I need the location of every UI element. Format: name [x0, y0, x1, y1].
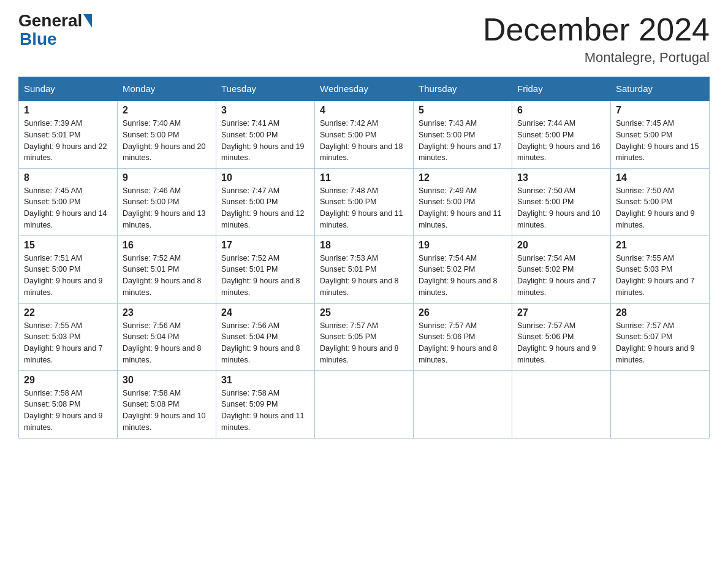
day-info: Sunrise: 7:56 AMSunset: 5:04 PMDaylight:…	[123, 320, 211, 366]
day-info: Sunrise: 7:43 AMSunset: 5:00 PMDaylight:…	[419, 118, 507, 164]
day-number: 18	[320, 240, 408, 251]
day-cell-2: 2Sunrise: 7:40 AMSunset: 5:00 PMDaylight…	[118, 101, 216, 168]
day-cell-6: 6Sunrise: 7:44 AMSunset: 5:00 PMDaylight…	[512, 101, 611, 168]
day-number: 29	[24, 375, 112, 386]
day-info: Sunrise: 7:55 AMSunset: 5:03 PMDaylight:…	[616, 253, 704, 299]
day-cell-31: 31Sunrise: 7:58 AMSunset: 5:09 PMDayligh…	[216, 370, 315, 438]
calendar-header-row: SundayMondayTuesdayWednesdayThursdayFrid…	[19, 77, 710, 101]
day-number: 7	[616, 105, 704, 116]
day-info: Sunrise: 7:44 AMSunset: 5:00 PMDaylight:…	[517, 118, 605, 164]
day-info: Sunrise: 7:50 AMSunset: 5:00 PMDaylight:…	[517, 185, 605, 231]
day-cell-7: 7Sunrise: 7:45 AMSunset: 5:00 PMDaylight…	[611, 101, 710, 168]
day-info: Sunrise: 7:39 AMSunset: 5:01 PMDaylight:…	[24, 118, 112, 164]
logo-triangle-icon	[83, 14, 92, 28]
day-number: 17	[221, 240, 309, 251]
empty-cell	[611, 370, 710, 438]
day-info: Sunrise: 7:46 AMSunset: 5:00 PMDaylight:…	[123, 185, 211, 231]
day-info: Sunrise: 7:47 AMSunset: 5:00 PMDaylight:…	[221, 185, 309, 231]
day-number: 28	[616, 307, 704, 318]
day-info: Sunrise: 7:56 AMSunset: 5:04 PMDaylight:…	[221, 320, 309, 366]
day-info: Sunrise: 7:52 AMSunset: 5:01 PMDaylight:…	[123, 253, 211, 299]
day-cell-4: 4Sunrise: 7:42 AMSunset: 5:00 PMDaylight…	[315, 101, 414, 168]
month-title: December 2024	[483, 12, 710, 47]
day-cell-18: 18Sunrise: 7:53 AMSunset: 5:01 PMDayligh…	[315, 236, 414, 303]
day-number: 31	[221, 375, 309, 386]
day-cell-1: 1Sunrise: 7:39 AMSunset: 5:01 PMDaylight…	[19, 101, 118, 168]
day-number: 21	[616, 240, 704, 251]
day-cell-28: 28Sunrise: 7:57 AMSunset: 5:07 PMDayligh…	[611, 303, 710, 370]
empty-cell	[315, 370, 414, 438]
day-number: 6	[517, 105, 605, 116]
day-info: Sunrise: 7:58 AMSunset: 5:08 PMDaylight:…	[24, 388, 112, 434]
day-info: Sunrise: 7:57 AMSunset: 5:07 PMDaylight:…	[616, 320, 704, 366]
day-cell-3: 3Sunrise: 7:41 AMSunset: 5:00 PMDaylight…	[216, 101, 315, 168]
day-cell-25: 25Sunrise: 7:57 AMSunset: 5:05 PMDayligh…	[315, 303, 414, 370]
day-cell-21: 21Sunrise: 7:55 AMSunset: 5:03 PMDayligh…	[611, 236, 710, 303]
week-row-1: 1Sunrise: 7:39 AMSunset: 5:01 PMDaylight…	[19, 101, 710, 168]
header-saturday: Saturday	[611, 77, 710, 101]
day-cell-11: 11Sunrise: 7:48 AMSunset: 5:00 PMDayligh…	[315, 168, 414, 236]
day-info: Sunrise: 7:57 AMSunset: 5:06 PMDaylight:…	[419, 320, 507, 366]
day-number: 16	[123, 240, 211, 251]
day-number: 27	[517, 307, 605, 318]
day-number: 19	[419, 240, 507, 251]
day-cell-10: 10Sunrise: 7:47 AMSunset: 5:00 PMDayligh…	[216, 168, 315, 236]
day-number: 12	[419, 172, 507, 183]
day-cell-22: 22Sunrise: 7:55 AMSunset: 5:03 PMDayligh…	[19, 303, 118, 370]
day-number: 8	[24, 172, 112, 183]
day-cell-24: 24Sunrise: 7:56 AMSunset: 5:04 PMDayligh…	[216, 303, 315, 370]
week-row-2: 8Sunrise: 7:45 AMSunset: 5:00 PMDaylight…	[19, 168, 710, 236]
day-cell-19: 19Sunrise: 7:54 AMSunset: 5:02 PMDayligh…	[414, 236, 512, 303]
header-thursday: Thursday	[414, 77, 512, 101]
header-wednesday: Wednesday	[315, 77, 414, 101]
day-cell-17: 17Sunrise: 7:52 AMSunset: 5:01 PMDayligh…	[216, 236, 315, 303]
day-number: 30	[123, 375, 211, 386]
day-cell-14: 14Sunrise: 7:50 AMSunset: 5:00 PMDayligh…	[611, 168, 710, 236]
empty-cell	[414, 370, 512, 438]
day-info: Sunrise: 7:58 AMSunset: 5:09 PMDaylight:…	[221, 388, 309, 434]
header-tuesday: Tuesday	[216, 77, 315, 101]
day-cell-8: 8Sunrise: 7:45 AMSunset: 5:00 PMDaylight…	[19, 168, 118, 236]
day-cell-12: 12Sunrise: 7:49 AMSunset: 5:00 PMDayligh…	[414, 168, 512, 236]
day-info: Sunrise: 7:45 AMSunset: 5:00 PMDaylight:…	[24, 185, 112, 231]
day-number: 22	[24, 307, 112, 318]
day-number: 9	[123, 172, 211, 183]
day-info: Sunrise: 7:48 AMSunset: 5:00 PMDaylight:…	[320, 185, 408, 231]
day-info: Sunrise: 7:41 AMSunset: 5:00 PMDaylight:…	[221, 118, 309, 164]
day-number: 5	[419, 105, 507, 116]
day-cell-5: 5Sunrise: 7:43 AMSunset: 5:00 PMDaylight…	[414, 101, 512, 168]
day-number: 26	[419, 307, 507, 318]
day-number: 13	[517, 172, 605, 183]
day-number: 4	[320, 105, 408, 116]
day-info: Sunrise: 7:53 AMSunset: 5:01 PMDaylight:…	[320, 253, 408, 299]
logo-general-text: General	[18, 12, 82, 29]
day-number: 23	[123, 307, 211, 318]
week-row-5: 29Sunrise: 7:58 AMSunset: 5:08 PMDayligh…	[19, 370, 710, 438]
day-info: Sunrise: 7:49 AMSunset: 5:00 PMDaylight:…	[419, 185, 507, 231]
day-info: Sunrise: 7:54 AMSunset: 5:02 PMDaylight:…	[419, 253, 507, 299]
title-block: December 2024 Montalegre, Portugal	[483, 12, 710, 66]
day-number: 15	[24, 240, 112, 251]
day-info: Sunrise: 7:50 AMSunset: 5:00 PMDaylight:…	[616, 185, 704, 231]
location-title: Montalegre, Portugal	[483, 50, 710, 66]
day-info: Sunrise: 7:52 AMSunset: 5:01 PMDaylight:…	[221, 253, 309, 299]
logo-blue-text: Blue	[20, 29, 57, 49]
page-header: General Blue December 2024 Montalegre, P…	[18, 12, 710, 66]
day-number: 25	[320, 307, 408, 318]
logo: General Blue	[18, 12, 93, 49]
day-cell-20: 20Sunrise: 7:54 AMSunset: 5:02 PMDayligh…	[512, 236, 611, 303]
day-info: Sunrise: 7:57 AMSunset: 5:06 PMDaylight:…	[517, 320, 605, 366]
day-cell-15: 15Sunrise: 7:51 AMSunset: 5:00 PMDayligh…	[19, 236, 118, 303]
week-row-4: 22Sunrise: 7:55 AMSunset: 5:03 PMDayligh…	[19, 303, 710, 370]
day-number: 2	[123, 105, 211, 116]
calendar-table: SundayMondayTuesdayWednesdayThursdayFrid…	[18, 77, 710, 439]
day-cell-29: 29Sunrise: 7:58 AMSunset: 5:08 PMDayligh…	[19, 370, 118, 438]
day-number: 10	[221, 172, 309, 183]
header-monday: Monday	[118, 77, 216, 101]
day-number: 14	[616, 172, 704, 183]
day-number: 11	[320, 172, 408, 183]
day-number: 1	[24, 105, 112, 116]
day-info: Sunrise: 7:51 AMSunset: 5:00 PMDaylight:…	[24, 253, 112, 299]
day-info: Sunrise: 7:40 AMSunset: 5:00 PMDaylight:…	[123, 118, 211, 164]
day-number: 20	[517, 240, 605, 251]
